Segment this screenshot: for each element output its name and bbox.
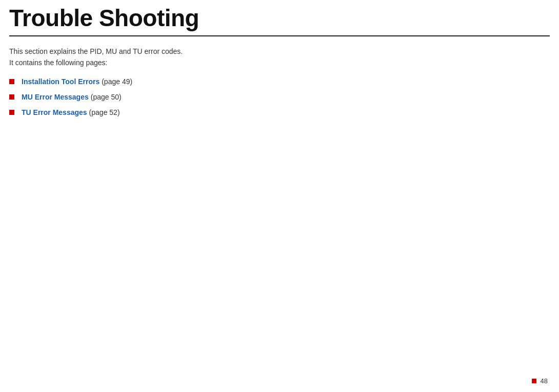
intro-text: This section explains the PID, MU and TU… bbox=[9, 46, 550, 69]
list-item: MU Error Messages(page 50) bbox=[9, 93, 550, 101]
page-number-square-icon bbox=[532, 379, 536, 383]
bullet-list: Installation Tool Errors(page 49) MU Err… bbox=[9, 77, 550, 116]
page-container: Trouble Shooting This section explains t… bbox=[0, 0, 559, 392]
page-ref-1: (page 49) bbox=[102, 77, 132, 86]
tu-error-messages-link[interactable]: TU Error Messages bbox=[22, 108, 87, 116]
mu-error-messages-link[interactable]: MU Error Messages bbox=[22, 93, 89, 101]
page-number-text: 48 bbox=[541, 377, 548, 385]
bullet-item-content: TU Error Messages(page 52) bbox=[22, 108, 120, 116]
intro-line2: It contains the following pages: bbox=[9, 58, 107, 67]
bullet-item-content: Installation Tool Errors(page 49) bbox=[22, 77, 132, 86]
bullet-square-icon bbox=[9, 94, 14, 100]
bullet-square-icon bbox=[9, 110, 14, 115]
page-ref-2: (page 50) bbox=[91, 93, 122, 101]
page-ref-3: (page 52) bbox=[89, 108, 120, 116]
list-item: Installation Tool Errors(page 49) bbox=[9, 77, 550, 86]
installation-tool-errors-link[interactable]: Installation Tool Errors bbox=[22, 77, 99, 86]
title-section: Trouble Shooting bbox=[9, 0, 550, 36]
bullet-item-content: MU Error Messages(page 50) bbox=[22, 93, 122, 101]
page-title: Trouble Shooting bbox=[9, 5, 550, 31]
page-number-footer: 48 bbox=[532, 377, 548, 385]
list-item: TU Error Messages(page 52) bbox=[9, 108, 550, 116]
intro-line1: This section explains the PID, MU and TU… bbox=[9, 47, 183, 55]
bullet-square-icon bbox=[9, 79, 14, 84]
